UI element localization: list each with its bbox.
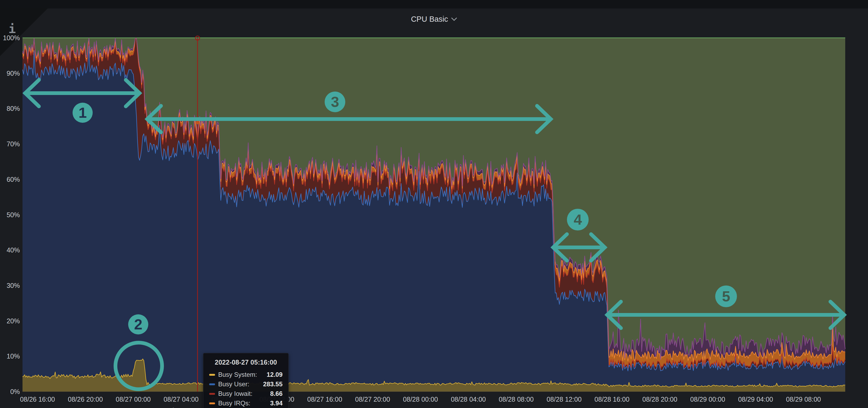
svg-text:5: 5	[722, 288, 730, 305]
tooltip-row: Busy Iowait:8.66	[209, 389, 282, 399]
tooltip-series-swatch	[209, 402, 215, 404]
tooltip-series-label: Busy Iowait:	[218, 390, 252, 398]
tooltip-series-value: 3.94	[270, 400, 282, 407]
tooltip-series-value: 283.55	[263, 380, 282, 388]
grafana-panel-screenshot: i CPU Basic 12345 100%90%80%70%60%50%40%…	[0, 0, 868, 408]
annotation-badge-5: 5	[715, 285, 737, 307]
y-axis-tick: 100%	[1, 34, 20, 42]
tooltip-row: Busy IRQs:3.94	[209, 399, 282, 408]
y-axis-tick: 60%	[1, 175, 20, 183]
legend-label: Busy System	[21, 406, 61, 408]
y-axis-tick: 10%	[1, 352, 20, 360]
hover-point-marker	[196, 121, 199, 124]
y-axis-tick: 90%	[1, 69, 20, 77]
tooltip-row: Busy User:283.55	[209, 379, 282, 389]
y-axis-tick: 50%	[1, 211, 20, 219]
cpu-basic-panel: i CPU Basic 12345 100%90%80%70%60%50%40%…	[0, 8, 868, 408]
x-axis-tick: 08/29 08:00	[774, 395, 833, 403]
y-axis-tick: 0%	[1, 387, 20, 396]
legend-item[interactable]: Busy System	[9, 406, 61, 408]
legend-item[interactable]: Busy User	[73, 406, 117, 408]
legend-label: Busy User	[85, 406, 117, 408]
tooltip-series-value: 8.66	[270, 390, 282, 398]
tooltip-series-label: Busy System:	[218, 371, 257, 378]
tooltip-series-swatch	[209, 393, 215, 395]
page-top-strip	[0, 0, 868, 8]
y-axis-tick: 20%	[1, 317, 20, 325]
tooltip-series-swatch	[209, 383, 215, 385]
annotation-badge-3: 3	[324, 92, 345, 112]
y-axis-tick: 80%	[1, 104, 20, 112]
legend: Busy SystemBusy UserBusy IowaitBusy IRQs	[9, 406, 233, 408]
annotation-badge-2: 2	[128, 314, 148, 334]
legend-label: Busy Iowait	[141, 406, 176, 408]
y-axis-tick: 30%	[1, 281, 20, 290]
tooltip-series-label: Busy User:	[218, 380, 249, 388]
tooltip-series-value: 12.09	[267, 371, 282, 378]
tooltip-series-label: Busy IRQs:	[218, 400, 250, 407]
annotation-badge-4: 4	[567, 209, 589, 231]
y-axis-tick: 70%	[1, 140, 20, 148]
svg-text:3: 3	[331, 93, 339, 110]
y-axis-tick: 40%	[1, 246, 20, 254]
tooltip-row: Busy System:12.09	[209, 370, 282, 379]
svg-text:2: 2	[134, 316, 142, 333]
annotation-badge-1: 1	[72, 103, 93, 123]
svg-text:1: 1	[79, 104, 87, 121]
tooltip-timestamp: 2022-08-27 05:16:00	[209, 359, 282, 366]
svg-text:4: 4	[574, 211, 582, 228]
cpu-usage-stacked-chart[interactable]: 12345	[0, 8, 868, 408]
tooltip-series-swatch	[209, 374, 215, 376]
legend-item[interactable]: Busy Iowait	[129, 406, 176, 408]
tooltip: 2022-08-27 05:16:00 Busy System:12.09Bus…	[203, 353, 289, 408]
